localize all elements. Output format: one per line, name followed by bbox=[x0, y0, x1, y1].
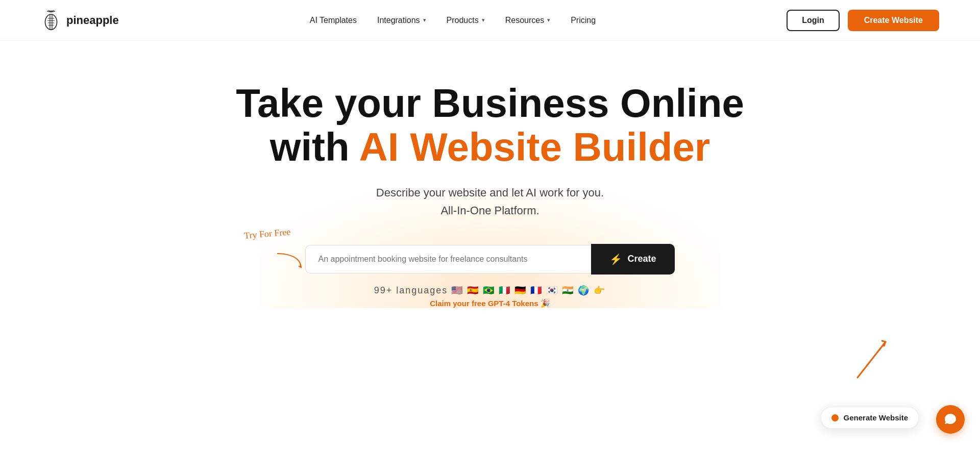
navbar: pineapple AI Templates Integrations ▾ Pr… bbox=[0, 0, 980, 41]
chevron-down-icon: ▾ bbox=[482, 17, 485, 23]
hero-title-line2: with AI Website Builder bbox=[270, 124, 710, 169]
nav-item-resources[interactable]: Resources ▾ bbox=[505, 16, 550, 25]
bolt-icon: ⚡ bbox=[609, 253, 622, 265]
chat-bubble-button[interactable] bbox=[936, 405, 965, 434]
create-website-button[interactable]: Create Website bbox=[848, 10, 939, 31]
hero-subtitle: Describe your website and let AI work fo… bbox=[376, 184, 604, 219]
website-description-input[interactable] bbox=[305, 245, 591, 273]
hero-languages: 99+ languages 🇺🇸 🇪🇸 🇧🇷 🇮🇹 🇩🇪 🇫🇷 🇰🇷 🇮🇳 🌍 … bbox=[374, 285, 606, 308]
languages-flags: 99+ languages 🇺🇸 🇪🇸 🇧🇷 🇮🇹 🇩🇪 🇫🇷 🇰🇷 🇮🇳 🌍 … bbox=[374, 285, 606, 296]
chat-icon bbox=[944, 413, 957, 426]
claim-tokens-link[interactable]: Claim your free GPT-4 Tokens 🎉 bbox=[430, 299, 550, 308]
try-for-free-arrow bbox=[275, 251, 305, 271]
generate-dot-icon bbox=[831, 414, 839, 421]
bottom-arrow-decoration bbox=[852, 332, 893, 383]
nav-item-products[interactable]: Products ▾ bbox=[447, 16, 485, 25]
hero-search-container: Try For Free ⚡ Create bbox=[305, 244, 674, 275]
try-for-free-label: Try For Free bbox=[244, 227, 291, 241]
nav-actions: Login Create Website bbox=[787, 10, 939, 31]
login-button[interactable]: Login bbox=[787, 10, 840, 31]
nav-item-integrations[interactable]: Integrations ▾ bbox=[377, 16, 426, 25]
logo-icon bbox=[41, 10, 61, 31]
floating-generate-button[interactable]: Generate Website bbox=[821, 407, 919, 429]
hero-title-highlight: AI Website Builder bbox=[359, 124, 710, 169]
logo[interactable]: pineapple bbox=[41, 10, 119, 31]
logo-text: pineapple bbox=[66, 14, 119, 27]
hero-title: Take your Business Online with AI Websit… bbox=[236, 82, 744, 169]
chevron-down-icon: ▾ bbox=[423, 17, 426, 23]
hero-title-line1: Take your Business Online bbox=[236, 81, 744, 126]
hero-section: Take your Business Online with AI Websit… bbox=[0, 41, 980, 308]
nav-links: AI Templates Integrations ▾ Products ▾ R… bbox=[310, 16, 596, 25]
nav-item-pricing[interactable]: Pricing bbox=[571, 16, 596, 25]
hero-create-button[interactable]: ⚡ Create bbox=[591, 244, 674, 275]
chevron-down-icon: ▾ bbox=[547, 17, 550, 23]
nav-item-ai-templates[interactable]: AI Templates bbox=[310, 16, 357, 25]
